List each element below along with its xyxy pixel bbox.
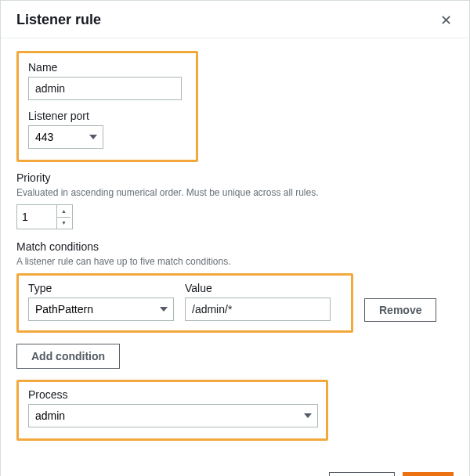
priority-helptext: Evaluated in ascending numerical order. … — [16, 187, 454, 198]
match-condition-row: Type PathPattern Value — [16, 273, 454, 333]
priority-step-down[interactable]: ▼ — [57, 218, 70, 229]
listener-port-select[interactable]: 443 — [28, 125, 103, 149]
priority-label: Priority — [16, 171, 454, 184]
process-select[interactable]: admin — [28, 404, 318, 427]
cancel-button[interactable]: Cancel — [329, 472, 395, 476]
match-type-value: PathPattern — [35, 303, 93, 316]
match-conditions-section: Match conditions A listener rule can hav… — [16, 240, 454, 369]
close-button[interactable]: ✕ — [438, 13, 454, 28]
modal-header: Listener rule ✕ — [1, 1, 469, 38]
priority-step-up[interactable]: ▲ — [57, 205, 70, 218]
listener-rule-modal: Listener rule ✕ Name Listener port 443 P… — [0, 0, 470, 476]
modal-title: Listener rule — [16, 12, 101, 28]
priority-section: Priority Evaluated in ascending numerica… — [16, 171, 454, 229]
highlight-match-row: Type PathPattern Value — [16, 273, 353, 333]
close-icon: ✕ — [440, 13, 452, 28]
process-label: Process — [28, 388, 316, 401]
match-value-input[interactable] — [185, 298, 331, 321]
modal-footer: Cancel Add — [1, 464, 469, 476]
add-condition-button[interactable]: Add condition — [16, 344, 120, 369]
priority-input[interactable] — [17, 205, 56, 229]
add-button[interactable]: Add — [403, 472, 454, 476]
priority-spin-buttons: ▲ ▼ — [56, 205, 70, 229]
highlight-name-port: Name Listener port 443 — [16, 51, 198, 162]
highlight-process: Process admin — [16, 380, 328, 441]
match-conditions-label: Match conditions — [16, 240, 454, 253]
listener-port-label: Listener port — [28, 110, 186, 122]
name-input[interactable] — [28, 77, 182, 100]
priority-stepper[interactable]: ▲ ▼ — [16, 204, 73, 229]
modal-body: Name Listener port 443 Priority Evaluate… — [1, 38, 469, 464]
match-type-label: Type — [28, 282, 174, 294]
remove-condition-button[interactable]: Remove — [364, 298, 436, 322]
process-value: admin — [35, 409, 65, 422]
match-conditions-helptext: A listener rule can have up to five matc… — [16, 256, 454, 267]
match-value-label: Value — [185, 282, 331, 294]
match-type-select[interactable]: PathPattern — [28, 298, 174, 321]
listener-port-value: 443 — [35, 131, 53, 143]
name-label: Name — [28, 61, 186, 74]
